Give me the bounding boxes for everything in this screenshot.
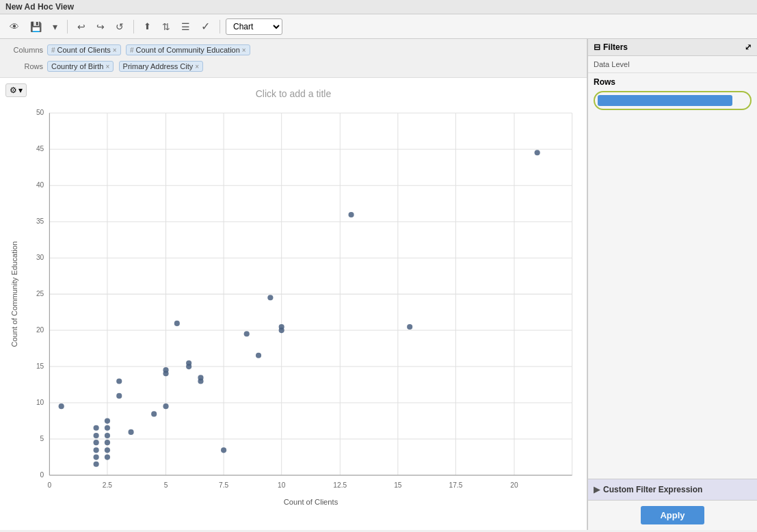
chart-type-select[interactable]: Chart Table Crosstab (226, 18, 282, 35)
chevron-down-icon: ▾ (53, 21, 57, 32)
svg-point-59 (116, 393, 122, 399)
column-chip-label-1: Count of Clients (57, 46, 111, 54)
data-level-section: Data Level (588, 56, 757, 73)
save-button[interactable]: 💾 (26, 19, 46, 34)
column-chip-count-clients[interactable]: # Count of Clients × (47, 44, 121, 55)
rows-filter-dot (673, 102, 676, 105)
view-button[interactable]: 👁 (5, 19, 23, 34)
svg-point-53 (105, 425, 110, 431)
column-chip-label-2: Count of Community Education (136, 46, 240, 54)
chart-area: ⚙ ▾ Click to add a title (0, 78, 587, 530)
svg-point-67 (186, 364, 191, 369)
rows-filter-range[interactable] (594, 91, 752, 110)
filters-expand-icon[interactable]: ⤢ (745, 42, 752, 52)
svg-point-56 (105, 447, 110, 453)
rows-row: Rows Country of Birth × Primary Address … (0, 58, 587, 75)
filters-spacer (588, 114, 757, 479)
rows-filter-label: Rows (594, 77, 752, 87)
rows-filter-section: Rows (588, 73, 757, 114)
sort-icon: ⇅ (162, 21, 170, 32)
svg-point-55 (105, 440, 110, 445)
remove-row-2-button[interactable]: × (195, 63, 199, 70)
svg-text:20: 20 (510, 481, 518, 489)
svg-point-70 (221, 447, 226, 453)
save-dropdown-button[interactable]: ▾ (49, 19, 62, 34)
columns-label: Columns (5, 46, 43, 54)
apply-button[interactable]: Apply (641, 506, 704, 524)
svg-text:Count of Community Education: Count of Community Education (10, 241, 18, 347)
row-chip-city[interactable]: Primary Address City × (119, 61, 204, 72)
save-icon: 💾 (30, 21, 42, 32)
svg-point-64 (163, 403, 168, 409)
redo-button[interactable]: ↪ (92, 19, 109, 34)
svg-text:5: 5 (164, 481, 168, 489)
filter-icon: ⊟ (594, 42, 600, 52)
reset-button[interactable]: ↺ (111, 19, 128, 34)
separator-3 (220, 20, 220, 34)
svg-text:15: 15 (394, 481, 402, 489)
svg-point-60 (129, 429, 134, 435)
svg-point-49 (94, 447, 99, 453)
title-bar: New Ad Hoc View (0, 0, 757, 14)
app-title: New Ad Hoc View (5, 2, 74, 12)
rows-chips: Country of Birth × Primary Address City … (47, 61, 206, 72)
undo-button[interactable]: ↩ (73, 19, 90, 34)
svg-point-71 (244, 331, 250, 336)
separator-1 (67, 20, 68, 34)
filters-header: ⊟ Filters ⤢ (588, 39, 757, 56)
main-layout: Columns # Count of Clients × # Count of … (0, 39, 757, 530)
svg-point-58 (116, 378, 122, 384)
check-button[interactable]: ✓ (197, 18, 214, 35)
hash-icon-1: # (51, 46, 55, 54)
data-level-text: Data Level (594, 60, 630, 68)
svg-point-54 (105, 433, 110, 438)
svg-point-48 (94, 440, 99, 445)
export-button[interactable]: ⬆ (140, 19, 155, 34)
canvas-panel: Columns # Count of Clients × # Count of … (0, 39, 587, 530)
svg-point-78 (535, 150, 540, 155)
svg-point-77 (407, 324, 412, 330)
svg-text:10: 10 (278, 481, 286, 489)
remove-column-1-button[interactable]: × (113, 46, 117, 54)
svg-text:50: 50 (36, 109, 44, 116)
row-chip-label-1: Country of Birth (51, 62, 103, 70)
remove-row-1-button[interactable]: × (105, 63, 109, 70)
rows-filter-bar (598, 95, 732, 106)
layout-button[interactable]: ☰ (177, 19, 194, 34)
column-chip-community-ed[interactable]: # Count of Community Education × (126, 44, 250, 55)
custom-filter-toggle[interactable]: ▶ Custom Filter Expression (594, 485, 752, 494)
svg-point-57 (105, 454, 110, 460)
filters-title: Filters (603, 42, 745, 52)
svg-text:30: 30 (36, 254, 44, 261)
svg-text:15: 15 (36, 362, 44, 370)
svg-text:35: 35 (36, 217, 44, 225)
svg-text:20: 20 (36, 326, 44, 334)
svg-text:Count of Clients: Count of Clients (284, 498, 338, 506)
svg-text:25: 25 (36, 290, 44, 297)
columns-chips: # Count of Clients × # Count of Communit… (47, 44, 253, 55)
svg-point-47 (94, 433, 99, 438)
filters-panel: ⊟ Filters ⤢ Data Level Rows ▶ Custom Fil… (587, 39, 757, 530)
svg-point-75 (279, 328, 284, 333)
svg-point-45 (59, 403, 64, 409)
svg-text:45: 45 (36, 145, 44, 152)
row-chip-label-2: Primary Address City (123, 62, 194, 70)
chart-settings-button[interactable]: ⚙ ▾ (5, 83, 27, 97)
check-icon: ✓ (201, 20, 210, 33)
gear-dropdown-icon: ▾ (18, 85, 23, 95)
chart-title[interactable]: Click to add a title (7, 88, 580, 99)
sort-button[interactable]: ⇅ (158, 19, 174, 34)
svg-text:40: 40 (36, 181, 44, 189)
svg-point-52 (105, 418, 110, 423)
custom-filter-label: Custom Filter Expression (603, 485, 702, 494)
hash-icon-2: # (130, 46, 134, 54)
row-chip-country[interactable]: Country of Birth × (47, 61, 114, 72)
svg-text:10: 10 (36, 399, 44, 406)
svg-point-76 (348, 212, 354, 217)
svg-text:7.5: 7.5 (219, 481, 228, 489)
svg-text:12.5: 12.5 (333, 481, 347, 489)
remove-column-2-button[interactable]: × (242, 46, 246, 54)
layout-icon: ☰ (181, 21, 190, 32)
svg-text:0: 0 (40, 471, 44, 479)
rows-label-field: Rows (5, 62, 43, 70)
